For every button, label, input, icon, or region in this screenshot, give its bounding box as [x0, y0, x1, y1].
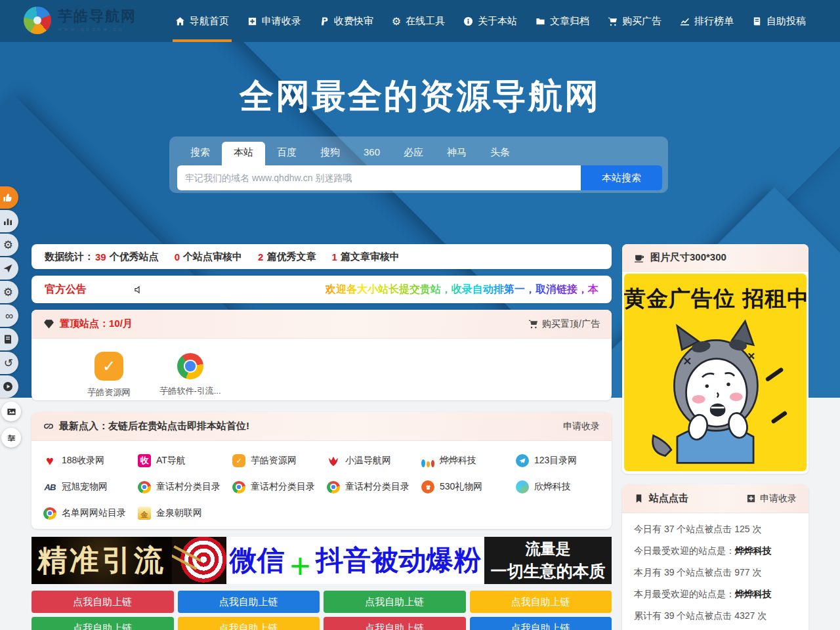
latest-links-card: 最新点入：友链后在贵站点击即排本站首位! 申请收录 ♥ 188收录网 收 AT导…: [32, 412, 612, 529]
pinned-site-1[interactable]: 芋皓资源网: [68, 352, 150, 398]
site-link[interactable]: 530礼物网: [421, 480, 516, 494]
tab-bing[interactable]: 必应: [392, 142, 435, 163]
infinity-icon: ∞: [5, 310, 13, 322]
self-link-button[interactable]: 点我自助上链: [178, 591, 320, 613]
apply-inclusion-link[interactable]: 申请收录: [563, 421, 600, 432]
site-link[interactable]: 欣烨科技: [516, 480, 610, 494]
tab-sogou[interactable]: 搜狗: [308, 142, 352, 163]
chrome-icon: [43, 507, 56, 520]
apply-inclusion-link[interactable]: 申请收录: [746, 493, 797, 505]
self-link-button[interactable]: 点我自助上链: [32, 591, 174, 613]
banner-ad-business[interactable]: 流量是 一切生意的本质: [484, 537, 612, 584]
gold-badge-icon: 金: [138, 507, 151, 520]
nav-item-buy-ads[interactable]: 购买广告: [598, 0, 671, 42]
chart-line-icon: [680, 16, 690, 26]
site-link[interactable]: AB 冠旭宠物网: [43, 481, 138, 493]
search-button[interactable]: 本站搜索: [581, 165, 662, 190]
book-icon: [3, 334, 13, 345]
announcement-marquee: 欢迎各大小站长提交贵站，收录自动排第一，取消链接，本: [326, 283, 598, 297]
clicks-stat-line: 本月有 39 个站点被点击 977 次: [634, 567, 797, 579]
banner-ad-target[interactable]: [172, 537, 226, 584]
nav-item-paid-review[interactable]: 收费快审: [310, 0, 383, 42]
site-link[interactable]: 收 AT导航: [138, 454, 232, 467]
dock-gear-button[interactable]: ⚙: [0, 281, 18, 303]
site-link[interactable]: 小温导航网: [327, 454, 421, 467]
undo-icon: ↺: [4, 358, 13, 369]
self-link-buttons: 点我自助上链 点我自助上链 点我自助上链 点我自助上链 点我自助上链 点我自助上…: [32, 591, 612, 630]
search-input[interactable]: [177, 165, 581, 190]
site-link[interactable]: 童话村分类目录: [232, 481, 327, 494]
site-link[interactable]: 烨烨科技: [421, 454, 516, 467]
golden-ad-banner[interactable]: 黄金广告位 招租中: [624, 274, 807, 471]
dock-settings-button[interactable]: ⚙: [0, 234, 18, 256]
chrome-icon: [327, 481, 340, 494]
play-circle-icon: [3, 381, 13, 392]
self-link-button[interactable]: 点我自助上链: [178, 617, 320, 630]
site-link[interactable]: 芋皓资源网: [232, 454, 327, 467]
clicks-stat-line: 累计有 39 个站点被点击 4327 次: [634, 610, 797, 622]
site-link[interactable]: 童话村分类目录: [138, 481, 232, 494]
dock-stats-button[interactable]: [0, 210, 18, 232]
self-link-button[interactable]: 点我自助上链: [324, 591, 466, 613]
speaker-icon: [134, 285, 144, 295]
site-link[interactable]: ♥ 188收录网: [43, 454, 138, 467]
dock-navigate-button[interactable]: [0, 257, 18, 280]
site-clicks-card: 站点点击 申请收录 今日有 37 个站点被点击 125 次 今日最受欢迎的站点是…: [622, 484, 808, 630]
home-icon: [175, 16, 185, 26]
nav-item-self-post[interactable]: 自助投稿: [743, 0, 815, 42]
tab-shenma[interactable]: 神马: [435, 142, 478, 163]
top-navbar: 芋皓导航网 www.qhdhw.cn 导航首页 申请收录 收费快审 ⚙ 在线工具…: [0, 0, 840, 42]
self-link-button[interactable]: 点我自助上链: [324, 617, 466, 630]
tab-baidu[interactable]: 百度: [265, 142, 308, 163]
dock-like-button[interactable]: [0, 186, 18, 209]
banner-ad-wechat-douyin[interactable]: 微信 + 抖音被动爆粉: [226, 537, 484, 584]
announcement-bar: 官方公告 欢迎各大小站长提交贵站，收录自动排第一，取消链接，本: [32, 276, 612, 303]
latest-title: 最新点入：友链后在贵站点击即排本站首位!: [59, 420, 249, 432]
dock-sliders-button[interactable]: [1, 428, 21, 448]
tab-360[interactable]: 360: [352, 142, 392, 162]
site-link[interactable]: 名单网网站目录: [43, 507, 138, 520]
nav-item-about[interactable]: 关于本站: [454, 0, 526, 42]
site-link[interactable]: 金 金泉朝联网: [138, 507, 232, 520]
gear-outline-icon: ⚙: [3, 240, 13, 251]
clicks-card-title: 站点点击: [649, 492, 688, 505]
banner-ad-traffic[interactable]: 精准引流: [32, 537, 172, 584]
sliders-icon: [7, 433, 16, 443]
shou-badge-icon: 收: [138, 454, 151, 467]
buy-pinned-ad-link[interactable]: 购买置顶/广告: [528, 318, 600, 330]
main-nav: 导航首页 申请收录 收费快审 ⚙ 在线工具 关于本站 文章归档 购买广告 排行榜: [166, 0, 815, 42]
dock-infinity-button[interactable]: ∞: [0, 304, 18, 327]
site-link[interactable]: 123目录网: [516, 454, 610, 467]
sidebar-ad-card: 图片尺寸300*300 黄金广告位 招租中: [622, 244, 808, 474]
clicks-stat-line: 今日有 37 个站点被点击 125 次: [634, 524, 797, 536]
plus-square-icon: [247, 16, 257, 26]
search-panel: 搜索 本站 百度 搜狗 360 必应 神马 头条 本站搜索: [169, 136, 668, 193]
site-logo[interactable]: 芋皓导航网 www.qhdhw.cn: [24, 7, 136, 34]
nav-item-home[interactable]: 导航首页: [166, 0, 238, 42]
tab-toutiao[interactable]: 头条: [478, 142, 522, 163]
logo-pinwheel-icon: [24, 7, 51, 34]
dock-undo-button[interactable]: ↺: [0, 352, 18, 374]
nav-item-rankings[interactable]: 排行榜单: [671, 0, 743, 42]
cart-icon: [528, 319, 538, 329]
site-link[interactable]: 童话村分类目录: [327, 481, 421, 494]
brand-domain: www.qhdhw.cn: [58, 26, 136, 32]
dock-book-button[interactable]: [0, 328, 18, 350]
self-link-button[interactable]: 点我自助上链: [32, 617, 174, 630]
ab-monogram-icon: AB: [43, 482, 56, 492]
dock-image-button[interactable]: [1, 402, 21, 421]
self-link-button[interactable]: 点我自助上链: [470, 617, 612, 630]
nav-item-online-tools[interactable]: ⚙ 在线工具: [383, 0, 454, 42]
nav-item-archive[interactable]: 文章归档: [526, 0, 598, 42]
self-link-button[interactable]: 点我自助上链: [470, 591, 612, 613]
gear-solid-icon: ⚙: [3, 287, 13, 298]
folder-icon: [536, 16, 545, 26]
pinned-title: 置顶站点：10/月: [60, 318, 133, 330]
chrome-icon: [232, 481, 245, 494]
dock-play-button[interactable]: [0, 375, 18, 398]
gem-icon: [43, 318, 54, 329]
pinned-site-2[interactable]: 芋皓软件-引流...: [150, 352, 231, 398]
gears-icon: ⚙: [392, 15, 401, 28]
tab-this-site[interactable]: 本站: [222, 142, 265, 165]
nav-item-submit-site[interactable]: 申请收录: [238, 0, 310, 42]
